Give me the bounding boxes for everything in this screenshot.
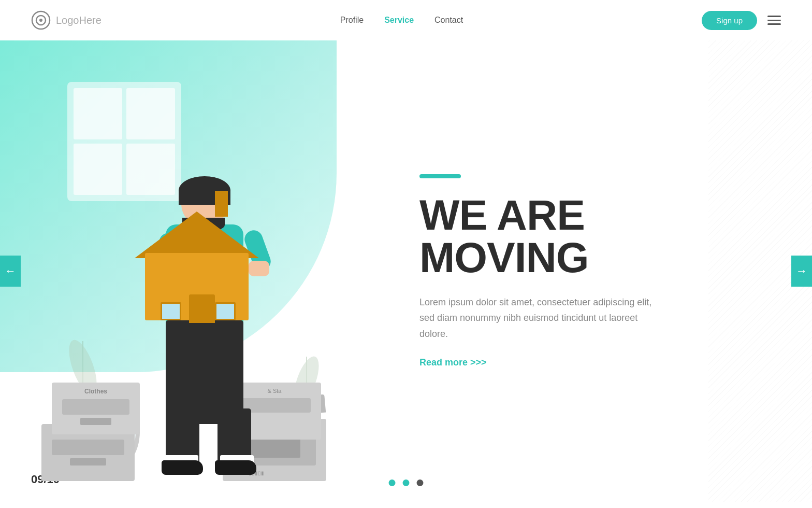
main-content: ← xyxy=(0,40,812,502)
house-window-2 xyxy=(215,302,236,320)
nav-links: Profile Service Contact xyxy=(340,16,463,25)
box-tape-2 xyxy=(52,440,124,455)
person-shoe-left xyxy=(162,460,203,475)
window-pane xyxy=(74,144,122,195)
moving-box-clothes: Clothes xyxy=(52,383,140,434)
nav-service[interactable]: Service xyxy=(384,16,414,25)
box-label-sticker-2 xyxy=(70,458,106,465)
next-slide-button[interactable]: → xyxy=(791,256,812,287)
logo-icon xyxy=(31,10,51,30)
arrow-right-icon: → xyxy=(796,264,807,278)
arrow-left-icon: ← xyxy=(5,264,16,278)
heading-line-2: MOVING xyxy=(419,234,589,281)
box-label-sta: & Sta xyxy=(268,388,282,394)
logo-text: LogoHere xyxy=(56,15,102,26)
hamburger-line-1 xyxy=(767,16,781,17)
box-label-sticker xyxy=(80,418,111,425)
slide-dots xyxy=(389,479,424,486)
hero-description: Lorem ipsum dolor sit amet, consectetuer… xyxy=(419,294,653,342)
person-illustration xyxy=(150,180,264,471)
house-body xyxy=(145,253,249,320)
dot-1[interactable] xyxy=(389,479,396,486)
dot-2[interactable] xyxy=(403,479,410,486)
text-area: WE ARE MOVING Lorem ipsum dolor sit amet… xyxy=(388,40,812,502)
house-roof xyxy=(135,211,259,258)
svg-point-2 xyxy=(39,19,42,22)
signup-button[interactable]: Sign up xyxy=(702,11,757,30)
house-door xyxy=(189,294,215,323)
nav-profile[interactable]: Profile xyxy=(340,16,364,25)
window-pane xyxy=(126,88,175,139)
heading-line-1: WE ARE xyxy=(419,191,585,238)
box-label-clothes: Clothes xyxy=(84,388,107,395)
house-window-1 xyxy=(161,302,181,320)
prev-slide-button[interactable]: ← xyxy=(0,256,21,287)
logo[interactable]: LogoHere xyxy=(31,10,102,30)
hamburger-line-2 xyxy=(767,20,781,21)
hamburger-line-3 xyxy=(767,23,781,25)
accent-bar xyxy=(419,174,461,178)
hamburger-menu[interactable] xyxy=(767,16,781,25)
navbar: LogoHere Profile Service Contact Sign up xyxy=(0,0,812,40)
person-shoe-right xyxy=(215,460,256,475)
nav-contact[interactable]: Contact xyxy=(434,16,463,25)
illustration-area: Clothes & Sta ▮▯▮▯▮ xyxy=(0,40,388,502)
box-tape xyxy=(62,399,129,415)
nav-right: Sign up xyxy=(702,11,781,30)
house-illustration xyxy=(135,211,259,326)
window-pane xyxy=(74,88,122,139)
dot-3[interactable] xyxy=(417,479,424,486)
